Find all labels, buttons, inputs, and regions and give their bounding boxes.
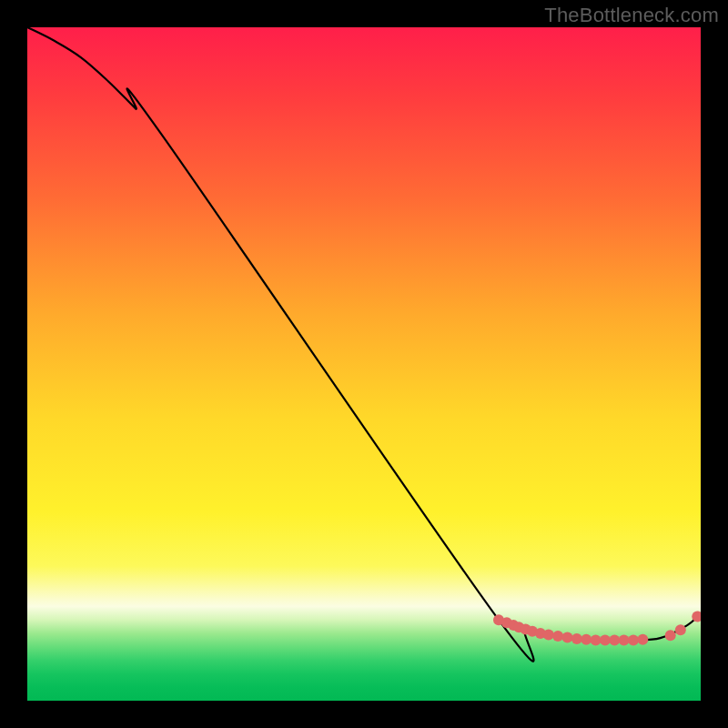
marker-dot xyxy=(665,630,676,641)
marker-dot xyxy=(543,629,554,640)
marker-dot xyxy=(552,631,563,642)
marker-dot xyxy=(628,634,639,645)
chart-frame: TheBottleneck.com xyxy=(0,0,728,728)
marker-dot xyxy=(571,633,582,644)
marker-dot xyxy=(600,634,611,645)
marker-dot xyxy=(561,632,572,642)
curve-line xyxy=(27,27,701,662)
marker-dot xyxy=(591,634,602,645)
marker-dot xyxy=(637,634,648,645)
marker-dot xyxy=(609,634,620,645)
watermark-text: TheBottleneck.com xyxy=(544,4,719,27)
plot-svg xyxy=(27,27,701,701)
marker-dot xyxy=(581,634,592,645)
marker-dot xyxy=(675,624,686,635)
curve-markers xyxy=(493,612,701,646)
plot-area xyxy=(27,27,701,701)
marker-dot xyxy=(619,634,630,645)
